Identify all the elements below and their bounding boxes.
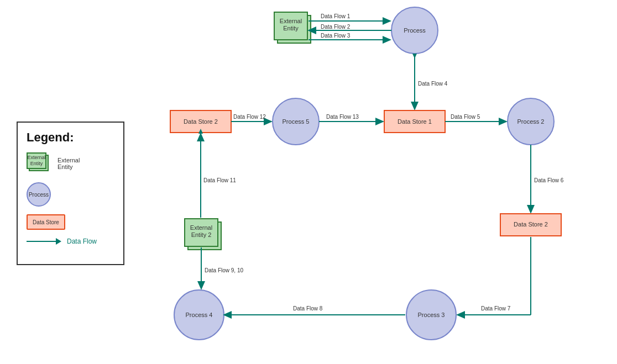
flow4-top-arrow [412, 54, 417, 59]
legend: Legend: ExternalEntity ExternalEntity Pr… [17, 122, 124, 265]
process5-label: Process 5 [283, 118, 310, 125]
dfd-canvas: External Entity Process Data Flow 1 Data… [144, 0, 617, 364]
external-entity-label: External [280, 18, 302, 24]
legend-item-flow: Data Flow [27, 238, 114, 245]
process-top-label: Process [404, 27, 426, 34]
flow11-label: Data Flow 11 [203, 177, 236, 183]
flow13-label: Data Flow 13 [326, 114, 359, 120]
datastore2a-label: Data Store 2 [184, 118, 218, 125]
flow6-label: Data Flow 6 [534, 177, 564, 183]
datastore1-label: Data Store 1 [398, 118, 432, 125]
flow12-label: Data Flow 12 [233, 114, 266, 120]
external-entity-label2: Entity [283, 25, 299, 31]
flow3-label: Data Flow 3 [321, 33, 351, 39]
datastore2b-label: Data Store 2 [514, 221, 548, 228]
external-entity2-label2: Entity 2 [191, 231, 212, 238]
external-entity2-label1: External [190, 224, 212, 231]
dfd-diagram: External Entity Process Data Flow 1 Data… [144, 0, 617, 364]
flow2-label: Data Flow 2 [321, 24, 351, 30]
process3-label: Process 3 [418, 312, 445, 318]
flow5-label: Data Flow 5 [451, 114, 480, 120]
process4-label: Process 4 [186, 312, 213, 318]
flow8-label: Data Flow 8 [293, 305, 323, 312]
flow4-label: Data Flow 4 [418, 81, 448, 87]
flow910-label: Data Flow 9, 10 [205, 267, 243, 273]
legend-title: Legend: [27, 130, 114, 145]
flow1-label: Data Flow 1 [321, 13, 351, 19]
legend-item-datastore: Data Store [27, 214, 114, 230]
process2-label: Process 2 [517, 118, 545, 125]
legend-external-entity-label: ExternalEntity [57, 157, 80, 170]
legend-item-process: Process [27, 182, 114, 207]
flow7-label: Data Flow 7 [481, 305, 511, 312]
legend-item-external-entity: ExternalEntity ExternalEntity [27, 152, 114, 175]
legend-flow-label: Data Flow [67, 238, 97, 245]
